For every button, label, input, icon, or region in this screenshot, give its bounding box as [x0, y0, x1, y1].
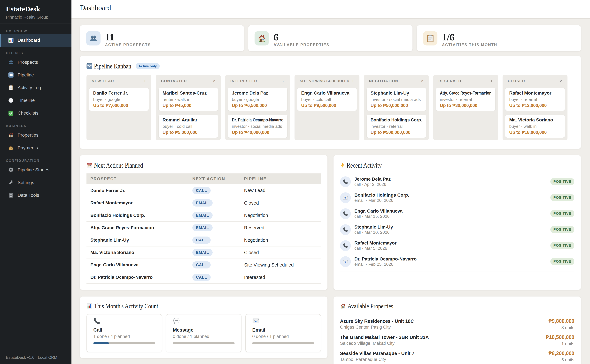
svg-text:$: $: [10, 147, 12, 150]
svg-text:E: E: [345, 197, 346, 199]
svg-text:E: E: [255, 320, 257, 323]
svg-text:E: E: [345, 261, 346, 263]
svg-text:JUL: JUL: [88, 163, 91, 164]
svg-text:17: 17: [88, 165, 91, 168]
